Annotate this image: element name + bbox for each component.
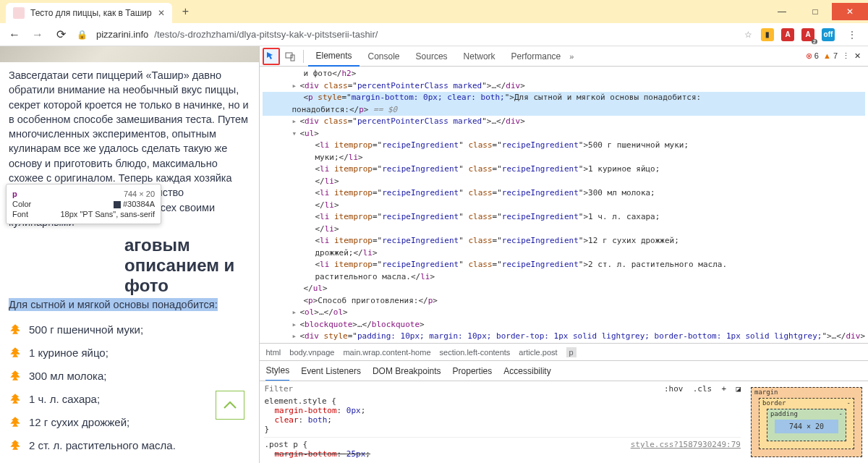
styles-panel: :hov .cls + ◪ element.style { margin-bot… [260, 381, 868, 463]
window-minimize-button[interactable]: — [765, 3, 799, 20]
page-content: Завсегдатаи сети пиццерий «Ташир» давно … [0, 46, 259, 463]
tab-performance[interactable]: Performance [504, 46, 569, 67]
star-icon[interactable]: ☆ [744, 30, 752, 40]
devtools-tabs: Elements Console Sources Network Perform… [260, 46, 868, 67]
selected-node: ⋯<p style="margin-bottom: 0px; clear: bo… [263, 92, 865, 104]
highlighted-paragraph: Для сытной и мягкой основы понадобится: [9, 298, 218, 311]
inspect-tooltip: p744 × 20 Color#30384A Font18px "PT Sans… [6, 184, 161, 224]
box-model: margin border- padding- 744 × 20 [745, 381, 868, 463]
reload-button[interactable]: ⟳ [54, 27, 68, 41]
device-toolbar-button[interactable] [281, 48, 299, 65]
scroll-top-button[interactable] [216, 391, 244, 420]
back-button[interactable]: ← [7, 28, 22, 41]
bullet-icon [9, 392, 22, 405]
tab-elements[interactable]: Elements [308, 46, 359, 67]
bullet-icon [9, 438, 22, 451]
warning-count[interactable]: ▲ 7 [823, 51, 838, 61]
list-item: 500 г пшеничной муки; [9, 318, 250, 341]
bullet-icon [9, 323, 22, 336]
lock-icon: 🔒 [77, 30, 88, 40]
list-item: 12 г сухих дрожжей; [9, 410, 250, 433]
article-h2: аговым описанием и фото [9, 235, 250, 296]
tab-sources[interactable]: Sources [409, 46, 455, 67]
tab-title: Тесто для пиццы, как в Ташир [30, 8, 152, 18]
subtab-properties[interactable]: Properties [453, 366, 493, 376]
bullet-icon [9, 369, 22, 382]
devtools-settings-icon[interactable]: ⋮ [842, 51, 850, 61]
tab-close-icon[interactable]: ✕ [158, 8, 165, 18]
hero-image [0, 46, 259, 62]
address-bar: ← → ⟳ 🔒 pizzarini.info/testo/s-drozhzham… [0, 23, 868, 46]
bullet-icon [9, 346, 22, 359]
breadcrumb[interactable]: html body.vnpage main.wrap.content-home … [260, 343, 868, 360]
inspect-element-button[interactable] [263, 48, 280, 65]
browser-tab[interactable]: Тесто для пиццы, как в Ташир ✕ [6, 3, 172, 23]
favicon [13, 7, 25, 19]
chevron-up-icon [223, 401, 237, 409]
tab-console[interactable]: Console [361, 46, 407, 67]
shadow-icon[interactable]: ◪ [736, 384, 741, 394]
cls-toggle[interactable]: .cls [693, 384, 712, 394]
styles-filter-input[interactable] [264, 384, 307, 394]
url-field[interactable]: pizzarini.info/testo/s-drozhzhami/dlya-p… [96, 29, 736, 40]
ext-icon-2[interactable]: off [822, 28, 835, 41]
menu-icon[interactable]: ⋮ [843, 30, 861, 40]
new-tab-button[interactable]: + [176, 5, 195, 18]
ext-icon[interactable]: ▮ [761, 28, 774, 41]
list-item: 1 ч. л. сахара; [9, 387, 250, 410]
subtab-styles[interactable]: Styles [265, 361, 289, 381]
subtab-event-listeners[interactable]: Event Listeners [301, 366, 361, 376]
add-rule-button[interactable]: + [722, 384, 727, 394]
subtab-dom-breakpoints[interactable]: DOM Breakpoints [373, 366, 441, 376]
adblock-icon[interactable]: A [781, 28, 794, 41]
subtab-accessibility[interactable]: Accessibility [503, 366, 550, 376]
browser-titlebar: Тесто для пиццы, как в Ташир ✕ + — □ ✕ [0, 0, 868, 23]
devtools-close-icon[interactable]: ✕ [854, 51, 861, 61]
abp-badge-icon[interactable]: A2 [801, 28, 814, 41]
tab-network[interactable]: Network [456, 46, 503, 67]
list-item: 2 ст. л. растительного масла. [9, 433, 250, 456]
devtools-panel: Elements Console Sources Network Perform… [259, 46, 868, 463]
ingredient-list: 500 г пшеничной муки; 1 куриное яйцо; 30… [9, 318, 250, 456]
error-count[interactable]: ⊗ 6 [806, 51, 819, 61]
window-maximize-button[interactable]: □ [799, 3, 832, 20]
forward-button[interactable]: → [30, 28, 45, 41]
styles-subtabs: Styles Event Listeners DOM Breakpoints P… [260, 360, 868, 381]
hov-toggle[interactable]: :hov [664, 384, 684, 394]
bullet-icon [9, 415, 22, 428]
window-close-button[interactable]: ✕ [832, 3, 868, 20]
list-item: 1 куриное яйцо; [9, 341, 250, 364]
list-item: 300 мл молока; [9, 364, 250, 387]
dom-tree[interactable]: и фото</h2> ▸<div class="percentPointerC… [260, 67, 868, 343]
extension-icons: ▮ A A2 off [761, 28, 835, 41]
